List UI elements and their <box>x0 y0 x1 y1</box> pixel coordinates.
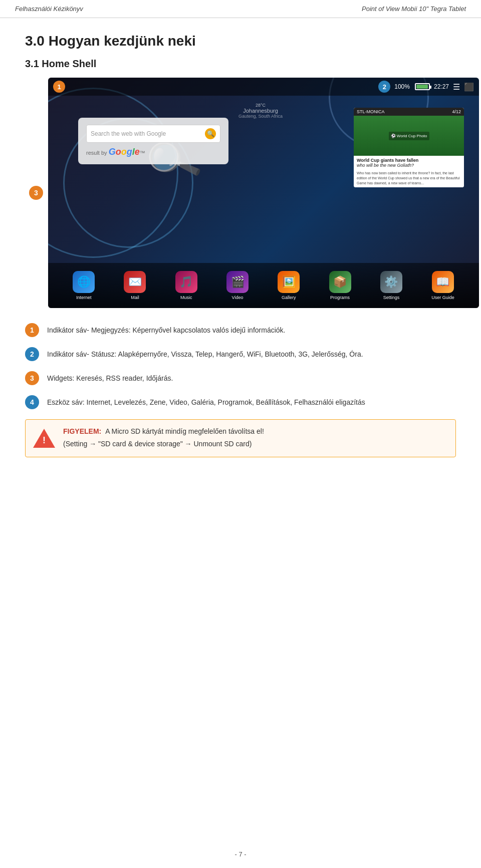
guide-label: User Guide <box>431 295 454 300</box>
desc-text-2: Indikátor sáv- Státusz: Alapképernyőre, … <box>47 347 363 360</box>
wc-title: World Cup giants have fallen who will be… <box>354 156 464 170</box>
toolbar-programs[interactable]: 📦 Programs <box>329 271 351 300</box>
warning-icon: ! <box>33 427 55 449</box>
search-widget: Search the web with Google 🔍 result by G… <box>78 118 228 164</box>
desc-badge-3: 3 <box>25 371 39 385</box>
toolbar-userguide[interactable]: 📖 User Guide <box>431 271 454 300</box>
header-right-text: Point of View Mobii 10" Tegra Tablet <box>362 5 466 13</box>
wc-page-indicator: 4/12 <box>452 109 461 114</box>
wc-subtitle: who will be the new Goliath? <box>357 163 461 168</box>
tablet-screenshot: 🔍 1 2 100% 22:27 ☰ ⬛ <box>48 78 479 308</box>
wc-header-label: STL-MONICA <box>357 109 385 114</box>
desc-badge-2: 2 <box>25 347 39 361</box>
warning-box: ! FIGYELEM: A Micro SD kártyát mindíg me… <box>25 419 456 457</box>
toolbar-internet[interactable]: 🌐 Internet <box>73 271 95 300</box>
mail-icon: ✉️ <box>124 271 146 293</box>
toolbar-gallery[interactable]: 🖼️ Gallery <box>278 271 300 300</box>
programs-label: Programs <box>330 295 350 300</box>
desc-text-3: Widgets: Keresés, RSS reader, Időjárás. <box>47 371 173 384</box>
settings-icon: ⚙️ <box>380 271 402 293</box>
bottom-toolbar: 🌐 Internet ✉️ Mail 🎵 Music 🎬 Video 🖼️ <box>48 263 479 308</box>
page-header: Felhasználói Kézikönyv Point of View Mob… <box>0 0 481 18</box>
desc-item-1: 1 Indikátor sáv- Megjegyzés: Képernyővel… <box>25 323 456 337</box>
warning-sub-text: (Setting → "SD card & device storage" → … <box>63 438 448 449</box>
warning-content: FIGYELEM: A Micro SD kártyát mindíg megf… <box>63 427 448 449</box>
toolbar-mail[interactable]: ✉️ Mail <box>124 271 146 300</box>
desc-badge-1: 1 <box>25 323 39 337</box>
status-bar-right: 2 100% 22:27 ☰ ⬛ <box>378 81 474 93</box>
page-footer: - 7 - <box>0 850 481 858</box>
gallery-label: Gallery <box>282 295 296 300</box>
battery-fill <box>416 85 428 89</box>
google-logo: Google <box>109 147 140 157</box>
worldcup-widget: STL-MONICA 4/12 ⚽ World Cup Photo World … <box>354 108 464 187</box>
desc-text-1: Indikátor sáv- Megjegyzés: Képernyővel k… <box>47 323 285 336</box>
status-bar-left: 1 <box>53 81 65 93</box>
music-icon: 🎵 <box>175 271 197 293</box>
search-button[interactable]: 🔍 <box>205 128 216 139</box>
internet-icon: 🌐 <box>73 271 95 293</box>
location-label: 28°C Johannesburg Gauteng, South Africa <box>238 103 283 119</box>
music-label: Music <box>180 295 192 300</box>
battery-percent: 100% <box>394 83 410 90</box>
video-icon: 🎬 <box>226 271 249 293</box>
screenshot-wrapper: 3 🔍 1 2 100% 22:27 <box>48 78 456 308</box>
toolbar-music[interactable]: 🎵 Music <box>175 271 197 300</box>
status-badge-1: 1 <box>53 81 65 93</box>
search-placeholder: Search the web with Google <box>91 130 205 137</box>
city-label: Johannesburg <box>238 108 283 114</box>
guide-icon: 📖 <box>432 271 454 293</box>
desc-item-2: 2 Indikátor sáv- Státusz: Alapképernyőre… <box>25 347 456 361</box>
temp-label: 28°C <box>238 103 283 108</box>
gallery-icon: 🖼️ <box>278 271 300 293</box>
screenshot-icon: ⬛ <box>464 82 474 92</box>
search-input-row: Search the web with Google 🔍 <box>86 125 220 143</box>
screenshot-side-badge: 3 <box>29 186 43 200</box>
video-label: Video <box>232 295 244 300</box>
settings-label: Settings <box>383 295 400 300</box>
wc-header: STL-MONICA 4/12 <box>354 108 464 116</box>
mail-label: Mail <box>131 295 139 300</box>
wc-image-placeholder: ⚽ World Cup Photo <box>389 132 429 140</box>
desc-text-4: Eszköz sáv: Internet, Levelezés, Zene, V… <box>47 395 365 408</box>
wc-headline: World Cup giants have fallen <box>357 158 461 163</box>
menu-icon: ☰ <box>453 82 460 92</box>
warning-label: FIGYELEM: A Micro SD kártyát mindíg megf… <box>63 427 448 435</box>
result-by-text: result by <box>86 150 107 156</box>
clock-time: 22:27 <box>434 83 449 90</box>
warning-label-text: FIGYELEM: <box>63 427 101 435</box>
warning-sub-content: (Setting → "SD card & device storage" → … <box>63 440 252 448</box>
page-number: - 7 - <box>234 850 246 858</box>
status-bar: 1 2 100% 22:27 ☰ ⬛ <box>48 78 479 96</box>
warning-main-text: A Micro SD kártyát mindíg megfelelően tá… <box>105 427 264 435</box>
desc-badge-4: 4 <box>25 395 39 409</box>
status-badge-2: 2 <box>378 81 390 93</box>
search-result-label: result by Google ™ <box>86 147 220 157</box>
internet-label: Internet <box>76 295 92 300</box>
location-detail: Gauteng, South Africa <box>238 114 283 119</box>
programs-icon: 📦 <box>329 271 351 293</box>
wc-image: ⚽ World Cup Photo <box>354 116 464 156</box>
toolbar-video[interactable]: 🎬 Video <box>226 271 249 300</box>
desc-item-4: 4 Eszköz sáv: Internet, Levelezés, Zene,… <box>25 395 456 409</box>
desc-item-3: 3 Widgets: Keresés, RSS reader, Időjárás… <box>25 371 456 385</box>
battery-icon <box>415 83 430 90</box>
description-section: 1 Indikátor sáv- Megjegyzés: Képernyővel… <box>25 323 456 409</box>
chapter-title: 3.0 Hogyan kezdjünk neki <box>25 33 456 49</box>
toolbar-settings[interactable]: ⚙️ Settings <box>380 271 402 300</box>
section-title: 3.1 Home Shell <box>25 58 456 70</box>
main-content: 3.0 Hogyan kezdjünk neki 3.1 Home Shell … <box>0 18 481 472</box>
header-left-text: Felhasználói Kézikönyv <box>15 5 83 13</box>
wc-body: Who has now been called to inherit the t… <box>354 170 464 187</box>
